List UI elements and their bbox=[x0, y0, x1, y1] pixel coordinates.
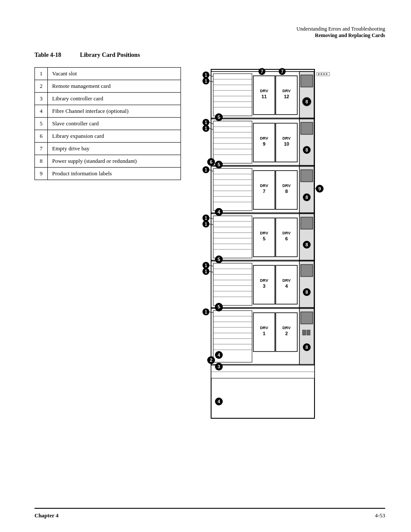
svg-rect-80 bbox=[213, 263, 252, 305]
svg-rect-94 bbox=[301, 264, 313, 277]
svg-text:7: 7 bbox=[261, 69, 263, 74]
svg-text:5: 5 bbox=[218, 115, 220, 120]
svg-text:5: 5 bbox=[263, 236, 265, 241]
svg-text:1: 1 bbox=[205, 79, 207, 84]
svg-text:2: 2 bbox=[210, 358, 212, 363]
row-label: Remote management card bbox=[48, 80, 181, 93]
svg-rect-58 bbox=[301, 170, 313, 182]
svg-text:4: 4 bbox=[218, 209, 221, 215]
svg-rect-2 bbox=[213, 74, 252, 116]
table-row: 8Power supply (standard or redundant) bbox=[35, 155, 181, 168]
row-label: Library expansion card bbox=[48, 130, 181, 143]
header-bold-title: Removing and Replacing Cards bbox=[34, 32, 385, 39]
diagram-area: DRV 11 DRV 12 8 7 7 bbox=[190, 67, 385, 420]
table-row: 9Product information labels bbox=[35, 168, 181, 180]
svg-text:DRV: DRV bbox=[283, 89, 291, 93]
row-label: Library controller card bbox=[48, 93, 181, 105]
table-title: Table 4-18 Library Card Positions bbox=[34, 52, 385, 59]
row-number: 2 bbox=[35, 80, 48, 93]
svg-text:DRV: DRV bbox=[260, 89, 268, 93]
svg-text:4: 4 bbox=[285, 283, 288, 289]
svg-rect-62 bbox=[213, 216, 252, 258]
svg-text:1: 1 bbox=[263, 331, 265, 336]
svg-point-182 bbox=[326, 73, 327, 75]
svg-rect-115 bbox=[307, 330, 310, 335]
row-number: 6 bbox=[35, 130, 48, 143]
svg-text:3: 3 bbox=[218, 364, 220, 369]
svg-rect-114 bbox=[302, 330, 306, 335]
svg-text:6: 6 bbox=[285, 236, 288, 241]
svg-text:8: 8 bbox=[305, 195, 308, 200]
svg-rect-40 bbox=[301, 122, 313, 134]
svg-text:4: 4 bbox=[218, 399, 221, 404]
svg-text:1: 1 bbox=[205, 126, 207, 131]
svg-text:DRV: DRV bbox=[260, 184, 268, 188]
svg-text:8: 8 bbox=[305, 147, 308, 152]
svg-text:DRV: DRV bbox=[260, 326, 268, 330]
svg-text:1: 1 bbox=[205, 73, 207, 78]
svg-text:8: 8 bbox=[285, 189, 288, 194]
svg-text:DRV: DRV bbox=[260, 136, 268, 140]
svg-text:1: 1 bbox=[205, 263, 207, 268]
svg-text:11: 11 bbox=[262, 94, 267, 99]
legend-table: 1Vacant slot2Remote management card3Libr… bbox=[34, 67, 181, 180]
content-area: 1Vacant slot2Remote management card3Libr… bbox=[34, 67, 385, 420]
row-number: 1 bbox=[35, 68, 48, 80]
svg-text:DRV: DRV bbox=[283, 278, 291, 283]
row-label: Slave controller card bbox=[48, 118, 181, 130]
svg-point-180 bbox=[321, 73, 322, 75]
svg-text:8: 8 bbox=[305, 99, 308, 104]
svg-text:1: 1 bbox=[205, 168, 207, 172]
row-number: 5 bbox=[35, 118, 48, 130]
row-number: 7 bbox=[35, 143, 48, 155]
svg-text:DRV: DRV bbox=[260, 278, 268, 283]
svg-rect-76 bbox=[301, 217, 313, 229]
svg-text:1: 1 bbox=[205, 222, 207, 227]
svg-text:DRV: DRV bbox=[283, 231, 291, 235]
page-container: Understanding Errors and Troubleshooting… bbox=[0, 0, 411, 532]
row-number: 4 bbox=[35, 105, 48, 118]
svg-text:5: 5 bbox=[218, 162, 220, 167]
row-label: Fibre Channel interface (optional) bbox=[48, 105, 181, 118]
svg-rect-26 bbox=[213, 121, 252, 163]
svg-rect-113 bbox=[301, 312, 313, 324]
row-label: Power supply (standard or redundant) bbox=[48, 155, 181, 168]
row-label: Empty drive bay bbox=[48, 143, 181, 155]
row-number: 3 bbox=[35, 93, 48, 105]
svg-rect-16 bbox=[301, 75, 313, 87]
page-footer: Chapter 4 4-53 bbox=[34, 508, 385, 519]
svg-text:DRV: DRV bbox=[283, 326, 291, 330]
table-row: 7Empty drive bay bbox=[35, 143, 181, 155]
svg-text:3: 3 bbox=[263, 283, 265, 289]
svg-point-179 bbox=[318, 73, 320, 75]
library-diagram: DRV 11 DRV 12 8 7 7 bbox=[190, 67, 336, 420]
table-row: 1Vacant slot bbox=[35, 68, 181, 80]
svg-text:7: 7 bbox=[281, 69, 283, 74]
table-row: 6Library expansion card bbox=[35, 130, 181, 143]
svg-text:5: 5 bbox=[218, 304, 220, 309]
footer-page: 4-53 bbox=[375, 512, 385, 519]
page-header: Understanding Errors and Troubleshooting… bbox=[34, 26, 385, 39]
svg-text:1: 1 bbox=[205, 120, 207, 125]
row-number: 9 bbox=[35, 168, 48, 180]
svg-text:5: 5 bbox=[218, 257, 220, 262]
svg-text:8: 8 bbox=[305, 289, 308, 295]
table-row: 5Slave controller card bbox=[35, 118, 181, 130]
table-name: Library Card Positions bbox=[80, 52, 140, 58]
svg-text:8: 8 bbox=[305, 242, 308, 247]
svg-text:2: 2 bbox=[285, 331, 288, 336]
table-row: 4Fibre Channel interface (optional) bbox=[35, 105, 181, 118]
table-number: Table 4-18 bbox=[34, 52, 61, 58]
svg-text:DRV: DRV bbox=[260, 231, 268, 235]
svg-text:4: 4 bbox=[218, 352, 221, 358]
svg-text:9: 9 bbox=[263, 141, 265, 146]
svg-text:10: 10 bbox=[284, 141, 289, 146]
row-number: 8 bbox=[35, 155, 48, 168]
table-row: 2Remote management card bbox=[35, 80, 181, 93]
svg-text:8: 8 bbox=[305, 345, 308, 350]
row-label: Vacant slot bbox=[48, 68, 181, 80]
footer-chapter: Chapter 4 bbox=[34, 512, 59, 519]
svg-point-181 bbox=[323, 73, 325, 75]
svg-rect-44 bbox=[213, 168, 252, 211]
svg-text:6: 6 bbox=[210, 159, 212, 165]
